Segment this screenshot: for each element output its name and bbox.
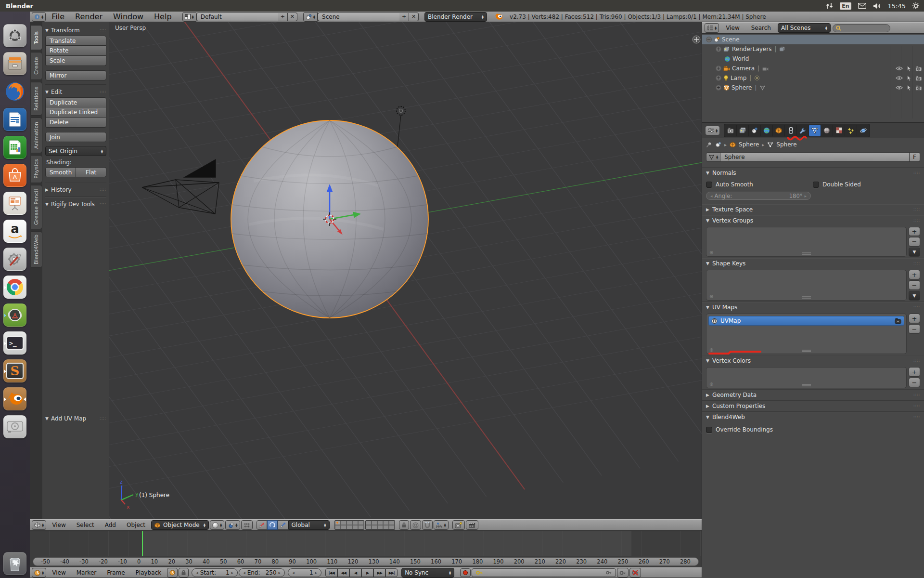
blend4web-panel-header[interactable]: ▼ Blend4Web ∷∷ [702, 411, 924, 422]
edit-panel-header[interactable]: ▼ Edit ∷∷ [45, 87, 106, 97]
manipulator-rotate-button[interactable] [267, 520, 278, 530]
scene-name-field[interactable]: Scene [318, 13, 399, 21]
network-sync-icon[interactable] [826, 2, 833, 9]
expand-icon[interactable]: + [716, 46, 721, 52]
timeline-frame-menu[interactable]: Frame [102, 569, 129, 576]
vertex-colors-list-box[interactable]: ⊕ [706, 367, 907, 388]
outliner-filter-dropdown[interactable]: All Scenes ▲▼ [778, 23, 831, 33]
tab-tools[interactable]: Tools [31, 25, 42, 50]
lock-to-scene-button[interactable] [399, 520, 409, 530]
lock-time-button[interactable] [179, 568, 189, 578]
camera-object[interactable] [142, 159, 219, 214]
scene-icon[interactable] [715, 142, 721, 147]
tab-object-data[interactable] [809, 125, 821, 136]
panel-grip-icon[interactable]: ∷∷ [914, 171, 920, 175]
auto-keyframe-record-button[interactable] [460, 568, 471, 577]
override-boundings-checkbox[interactable] [706, 427, 712, 433]
join-button[interactable]: Join [45, 132, 106, 142]
auto-smooth-checkbox[interactable] [706, 182, 712, 188]
editor-type-properties-button[interactable]: ▲▼ [705, 126, 720, 135]
panel-grip-icon[interactable]: ∷∷ [100, 90, 106, 94]
outliner-search-menu[interactable]: Search [746, 25, 776, 31]
layout-name-field[interactable]: Default [196, 13, 278, 21]
editor-type-outliner-button[interactable]: ▲▼ [705, 23, 719, 33]
disks-icon[interactable] [3, 415, 26, 438]
tab-scene[interactable] [749, 125, 761, 136]
custom-properties-panel-header[interactable]: ▶ Custom Properties ∷∷ [702, 400, 924, 411]
keying-set-field[interactable] [472, 568, 616, 577]
tab-relations[interactable]: Relations [31, 82, 42, 116]
renderability-camera-icon[interactable] [915, 66, 922, 71]
delete-keyframe-button[interactable] [629, 568, 641, 578]
playback-button[interactable]: ◀ [349, 568, 361, 577]
breadcrumb-data-name[interactable]: Sphere [776, 141, 796, 148]
translate-button[interactable]: Translate [45, 36, 106, 46]
tab-render[interactable] [725, 125, 737, 136]
files-icon[interactable] [3, 52, 26, 75]
duplicate-linked-button[interactable]: Duplicate Linked [45, 107, 106, 118]
playback-button[interactable]: ▶▶ [373, 568, 385, 577]
editor-type-3dview-button[interactable]: ▲▼ [32, 520, 46, 530]
vertex-groups-panel-header[interactable]: ▼ Vertex Groups ∷∷ [702, 215, 924, 226]
mesh-data-icon[interactable] [767, 142, 773, 147]
mirror-button[interactable]: Mirror [45, 70, 106, 80]
vertex-group-remove-button[interactable]: − [909, 237, 920, 246]
menu-render[interactable]: Render [70, 12, 107, 21]
timeline-scrollbar[interactable]: -50-40-30-20-100102030405060708090100110… [33, 557, 699, 566]
clock[interactable]: 15:45 [888, 2, 906, 10]
layers-grid-2[interactable] [365, 520, 395, 530]
menu-file[interactable]: File [47, 12, 69, 21]
start-frame-field[interactable]: ◂ Start: 1 ▸ [192, 568, 238, 577]
ubuntu-dash-icon[interactable] [3, 24, 26, 47]
proportional-edit-button[interactable] [410, 520, 421, 530]
manipulator-scale-button[interactable] [278, 520, 288, 530]
shape-key-remove-button[interactable]: − [909, 280, 920, 290]
outliner-row-lamp[interactable]: + Lamp | [702, 73, 924, 83]
uv-map-add-button[interactable]: + [909, 314, 920, 323]
blender-launcher-icon[interactable] [3, 387, 26, 410]
outliner-row-camera[interactable]: + Camera | [702, 64, 924, 73]
panel-grip-icon[interactable]: ∷∷ [914, 261, 920, 266]
tab-material[interactable] [821, 125, 833, 136]
editor-type-timeline-button[interactable]: ▲▼ [32, 568, 46, 578]
uv-maps-panel-header[interactable]: ▼ UV Maps ∷∷ [702, 302, 924, 313]
libreoffice-calc-icon[interactable] [3, 136, 26, 159]
panel-grip-icon[interactable]: ∷∷ [914, 358, 920, 363]
viewport-shading-dropdown[interactable]: ▲▼ [210, 520, 224, 530]
outliner-view-menu[interactable]: View [721, 25, 744, 31]
transform-orientation-dropdown[interactable]: Global ▲▼ [288, 520, 330, 530]
expand-icon[interactable]: + [716, 66, 721, 71]
set-origin-dropdown[interactable]: Set Origin ▲▼ [45, 146, 106, 156]
tab-world[interactable] [761, 125, 773, 136]
vertex-colors-panel-header[interactable]: ▼ Vertex Colors ∷∷ [702, 355, 924, 366]
panel-grip-icon[interactable]: ∷∷ [914, 404, 920, 408]
list-options-icon[interactable]: ⊕ [709, 347, 713, 353]
selectability-cursor-icon[interactable] [907, 75, 911, 81]
expand-icon[interactable]: + [716, 85, 721, 91]
editor-type-info-button[interactable]: i ▲▼ [32, 12, 46, 22]
outliner-row-world[interactable]: World [702, 54, 924, 64]
snap-magnet-button[interactable] [422, 520, 433, 530]
playback-button[interactable]: ◀◀ [337, 568, 349, 577]
panel-grip-icon[interactable]: ∷∷ [914, 415, 920, 420]
object-menu[interactable]: Object [122, 522, 150, 528]
menu-help[interactable]: Help [149, 12, 176, 21]
render-engine-dropdown[interactable]: Blender Render ▲▼ [424, 12, 487, 22]
sublime-text-icon[interactable]: S [3, 359, 26, 382]
layout-delete-button[interactable]: ✕ [288, 13, 297, 21]
panel-grip-icon[interactable]: ∷∷ [100, 28, 106, 33]
panel-grip-icon[interactable]: ∷∷ [100, 202, 106, 207]
visibility-eye-icon[interactable] [896, 76, 903, 80]
system-settings-icon[interactable] [3, 248, 26, 271]
shape-keys-panel-header[interactable]: ▼ Shape Keys ∷∷ [702, 258, 924, 269]
tab-object[interactable] [773, 125, 785, 136]
list-options-icon[interactable]: ⊕ [709, 381, 713, 387]
datablock-browse-button[interactable]: ▲▼ [706, 152, 720, 162]
normals-panel-header[interactable]: ▼ Normals ∷∷ [702, 167, 924, 178]
panel-grip-icon[interactable]: ∷∷ [100, 187, 106, 192]
timeline-marker-menu[interactable]: Marker [72, 569, 101, 576]
list-options-icon[interactable]: ⊕ [709, 250, 713, 255]
active-render-camera-icon[interactable] [895, 318, 901, 324]
timeline-view-menu[interactable]: View [47, 569, 70, 576]
libreoffice-impress-icon[interactable] [3, 192, 26, 215]
